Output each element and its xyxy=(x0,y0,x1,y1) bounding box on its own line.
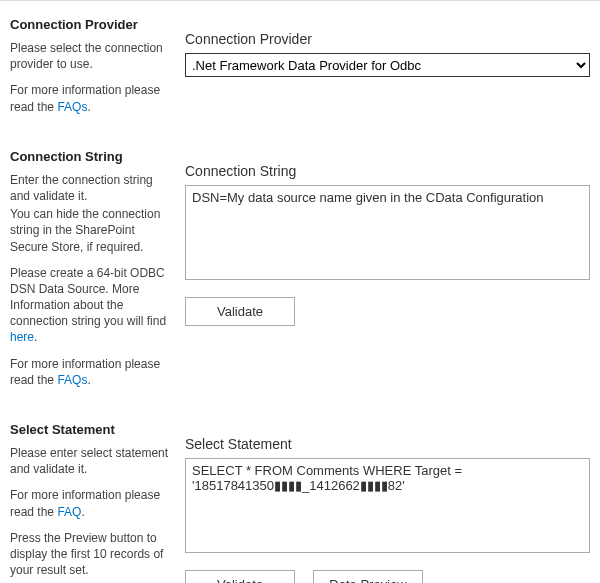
field-panel-connstr: Connection String Validate xyxy=(185,143,590,398)
connection-string-input[interactable] xyxy=(185,185,590,280)
help-text: You can hide the connection string in th… xyxy=(10,206,173,255)
faq-link[interactable]: FAQ xyxy=(57,505,81,519)
help-panel-provider: Connection Provider Please select the co… xyxy=(10,11,185,125)
help-title: Connection String xyxy=(10,149,173,164)
field-label: Connection String xyxy=(185,163,590,179)
field-panel-select: Select Statement Validate Data Preview V… xyxy=(185,416,590,583)
help-text: Please select the connection provider to… xyxy=(10,40,173,72)
select-statement-input[interactable] xyxy=(185,458,590,553)
validate-button[interactable]: Validate xyxy=(185,297,295,326)
section-select-statement: Select Statement Please enter select sta… xyxy=(10,416,590,583)
faqs-link[interactable]: FAQs xyxy=(57,373,87,387)
connection-provider-select[interactable]: .Net Framework Data Provider for Odbc xyxy=(185,53,590,77)
help-text: For more information please read the FAQ… xyxy=(10,82,173,114)
help-panel-connstr: Connection String Enter the connection s… xyxy=(10,143,185,398)
help-text: Press the Preview button to display the … xyxy=(10,530,173,579)
data-preview-button[interactable]: Data Preview xyxy=(313,570,423,583)
here-link[interactable]: here xyxy=(10,330,34,344)
help-panel-select: Select Statement Please enter select sta… xyxy=(10,416,185,583)
validate-button[interactable]: Validate xyxy=(185,570,295,583)
field-panel-provider: Connection Provider .Net Framework Data … xyxy=(185,11,590,125)
button-row: Validate xyxy=(185,297,590,326)
section-connection-string: Connection String Enter the connection s… xyxy=(10,143,590,398)
help-text: For more information please read the FAQ… xyxy=(10,356,173,388)
help-text: For more information please read the FAQ… xyxy=(10,487,173,519)
faqs-link[interactable]: FAQs xyxy=(57,100,87,114)
field-label: Select Statement xyxy=(185,436,590,452)
button-row: Validate Data Preview xyxy=(185,570,590,583)
help-text: Please enter select statement and valida… xyxy=(10,445,173,477)
form-container: Connection Provider Please select the co… xyxy=(0,0,600,583)
help-title: Select Statement xyxy=(10,422,173,437)
section-connection-provider: Connection Provider Please select the co… xyxy=(10,11,590,125)
help-title: Connection Provider xyxy=(10,17,173,32)
field-label: Connection Provider xyxy=(185,31,590,47)
help-text: Please create a 64-bit ODBC DSN Data Sou… xyxy=(10,265,173,346)
help-text: Enter the connection string and validate… xyxy=(10,172,173,204)
